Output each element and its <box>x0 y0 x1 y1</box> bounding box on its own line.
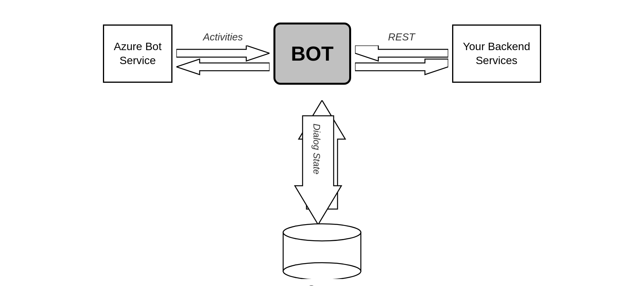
top-row: Azure Bot Service Activities <box>50 23 594 85</box>
rest-arrow: REST <box>351 24 452 83</box>
svg-marker-7 <box>355 59 448 75</box>
azure-bot-service-box: Azure Bot Service <box>103 24 172 83</box>
backend-services-box: Your Backend Services <box>452 24 541 83</box>
bot-label: BOT <box>291 42 334 65</box>
dialog-state-label: Dialog State <box>311 124 322 174</box>
bot-box: BOT <box>273 23 351 85</box>
vertical-section: Dialog State Store <box>279 100 365 286</box>
activities-label: Activities <box>203 31 243 43</box>
store-cylinder-svg <box>279 221 365 279</box>
diagram-container: Azure Bot Service Activities <box>50 11 594 275</box>
store-label: Store <box>307 283 337 286</box>
svg-marker-5 <box>176 59 270 75</box>
rest-label: REST <box>388 31 415 43</box>
rest-arrow-svg <box>355 45 448 77</box>
svg-point-11 <box>283 263 361 279</box>
svg-marker-4 <box>176 45 270 61</box>
svg-point-12 <box>283 224 361 241</box>
activities-arrow: Activities <box>172 24 273 83</box>
azure-bot-service-label: Azure Bot Service <box>114 40 162 68</box>
backend-services-label: Your Backend Services <box>463 40 530 68</box>
activities-arrow-svg <box>176 45 270 77</box>
dialog-state-arrow-svg <box>287 100 357 225</box>
store-cylinder: Store <box>279 221 365 286</box>
